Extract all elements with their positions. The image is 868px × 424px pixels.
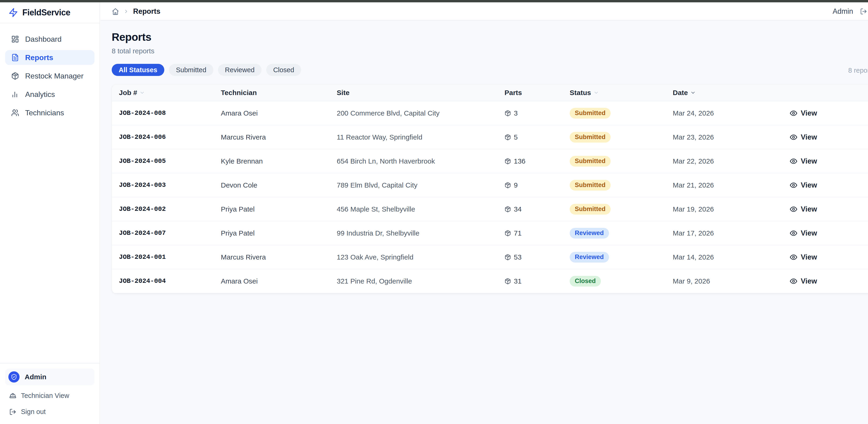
role-label: Admin	[25, 373, 46, 381]
eye-icon	[789, 181, 798, 189]
package-icon	[504, 158, 511, 165]
column-header-label: Technician	[221, 89, 257, 97]
status-badge: Reviewed	[570, 228, 609, 238]
status-badge: Submitted	[570, 156, 611, 167]
column-header-date[interactable]: Date	[673, 89, 789, 97]
filter-chip[interactable]: All Statuses	[112, 64, 164, 76]
date-cell: Mar 23, 2026	[673, 133, 789, 141]
technician-view-link[interactable]: Technician View	[5, 392, 94, 399]
parts-count: 34	[514, 205, 522, 213]
site-cell: 321 Pine Rd, Ogdenville	[337, 277, 504, 285]
app-name: FieldService	[22, 8, 70, 18]
parts-cell: 9	[504, 181, 570, 189]
chevron-right-icon	[123, 9, 129, 14]
column-header-technician: Technician	[221, 89, 337, 97]
column-header-status[interactable]: Status	[570, 89, 673, 97]
filter-chip[interactable]: Submitted	[169, 64, 213, 76]
package-icon	[504, 278, 511, 284]
column-header-label: Job #	[119, 89, 137, 97]
users-icon	[11, 109, 19, 117]
actions-cell: View	[789, 133, 868, 141]
chevron-down-icon	[140, 90, 145, 95]
home-icon[interactable]	[112, 8, 119, 15]
sidebar-item-label: Restock Manager	[25, 72, 84, 80]
parts-count: 3	[514, 109, 518, 117]
status-badge: Submitted	[570, 132, 611, 143]
status-badge: Reviewed	[570, 252, 609, 262]
job-number-cell: JOB-2024-007	[112, 229, 221, 237]
status-cell: Submitted	[570, 156, 673, 167]
user-area: Admin Sign out	[833, 2, 868, 21]
status-badge: Submitted	[570, 180, 611, 191]
view-button[interactable]: View	[789, 181, 817, 190]
technician-cell: Devon Cole	[221, 181, 337, 189]
view-button[interactable]: View	[789, 205, 817, 214]
sidebar-item-dashboard[interactable]: Dashboard	[5, 32, 94, 47]
view-button[interactable]: View	[789, 109, 817, 117]
eye-icon	[789, 253, 798, 261]
view-button[interactable]: View	[789, 133, 817, 141]
parts-cell: 136	[504, 157, 570, 165]
job-number-cell: JOB-2024-002	[112, 205, 221, 213]
eye-icon	[789, 157, 798, 165]
parts-cell: 71	[504, 229, 570, 237]
parts-cell: 3	[504, 109, 570, 117]
sidebar-item-restock-manager[interactable]: Restock Manager	[5, 68, 94, 83]
sidebar-item-analytics[interactable]: Analytics	[5, 87, 94, 102]
dashboard-icon	[11, 35, 19, 43]
technician-cell: Marcus Rivera	[221, 253, 337, 261]
sidebar-item-reports[interactable]: Reports	[5, 50, 94, 65]
table-row: JOB-2024-007 Priya Patel 99 Industria Dr…	[112, 221, 868, 245]
date-cell: Mar 14, 2026	[673, 253, 789, 261]
view-button[interactable]: View	[789, 229, 817, 237]
view-button[interactable]: View	[789, 277, 817, 285]
sidebar-footer: Admin Technician View Sign out	[0, 363, 100, 424]
table-row: JOB-2024-002 Priya Patel 456 Maple St, S…	[112, 197, 868, 221]
sign-out-link[interactable]: Sign out	[5, 408, 94, 416]
page-title: Reports	[112, 31, 868, 43]
date-cell: Mar 22, 2026	[673, 157, 789, 165]
column-header-job[interactable]: Job #	[112, 89, 221, 97]
site-cell: 99 Industria Dr, Shelbyville	[337, 229, 504, 237]
site-cell: 123 Oak Ave, Springfield	[337, 253, 504, 261]
filter-chip[interactable]: Closed	[266, 64, 301, 76]
sidebar-item-label: Technicians	[25, 109, 64, 117]
package-icon	[11, 72, 19, 80]
table-row: JOB-2024-006 Marcus Rivera 11 Reactor Wa…	[112, 125, 868, 149]
site-cell: 654 Birch Ln, North Haverbrook	[337, 157, 504, 165]
package-icon	[504, 134, 511, 140]
status-cell: Submitted	[570, 108, 673, 119]
actions-cell: View	[789, 229, 868, 237]
sidebar-item-label: Analytics	[25, 90, 55, 99]
view-button[interactable]: View	[789, 157, 817, 165]
sidebar-item-label: Dashboard	[25, 35, 62, 44]
actions-cell: View	[789, 277, 868, 285]
sidebar-item-label: Reports	[25, 53, 53, 62]
bar-chart-icon	[11, 90, 19, 98]
result-count: 8 reports	[848, 67, 868, 74]
view-button[interactable]: View	[789, 253, 817, 261]
view-button-label: View	[801, 277, 817, 285]
table-row: JOB-2024-003 Devon Cole 789 Elm Blvd, Ca…	[112, 173, 868, 197]
eye-icon	[789, 229, 798, 237]
parts-count: 71	[514, 229, 522, 237]
package-icon	[504, 230, 511, 236]
package-icon	[504, 110, 511, 116]
sidebar-nav: Dashboard Reports Restock Manager Analyt…	[0, 23, 100, 120]
filter-chip[interactable]: Reviewed	[218, 64, 261, 76]
eye-icon	[789, 205, 798, 213]
column-header-label: Site	[337, 89, 349, 97]
job-number-cell: JOB-2024-001	[112, 253, 221, 261]
parts-cell: 34	[504, 205, 570, 213]
header-bar: Reports Admin Sign out	[100, 2, 868, 21]
job-number-cell: JOB-2024-004	[112, 278, 221, 285]
parts-cell: 5	[504, 133, 570, 141]
date-cell: Mar 17, 2026	[673, 229, 789, 237]
table-row: JOB-2024-004 Amara Osei 321 Pine Rd, Ogd…	[112, 269, 868, 293]
view-button-label: View	[801, 181, 817, 190]
topbar-sign-out-button[interactable]: Sign out	[860, 7, 868, 16]
parts-count: 31	[514, 277, 522, 285]
package-icon	[504, 206, 511, 213]
sidebar-item-technicians[interactable]: Technicians	[5, 105, 94, 120]
sign-out-label: Sign out	[21, 408, 45, 416]
